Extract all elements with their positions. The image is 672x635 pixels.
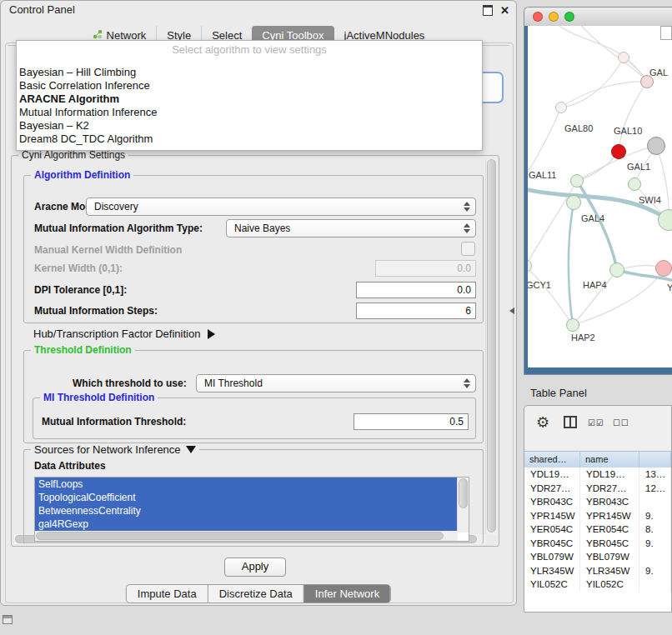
algorithm-popup-list: Bayesian – Hill ClimbingBasic Correlatio…: [17, 66, 482, 146]
network-node-8[interactable]: [566, 195, 581, 210]
attribute-gal4rgexp[interactable]: gal4RGexp: [35, 518, 458, 531]
network-node-11[interactable]: [566, 318, 579, 332]
sources-toggle[interactable]: Sources for Network Inference: [31, 443, 199, 456]
close-icon[interactable]: ✕: [500, 6, 509, 16]
mi-steps-field[interactable]: [356, 302, 476, 319]
minimize-traffic-light-icon[interactable]: [549, 12, 559, 22]
algorithm-option-bayesian-k2[interactable]: Bayesian – K2: [17, 119, 482, 132]
node-label-gal: GAL: [649, 68, 668, 78]
scrollbar-thumb[interactable]: [36, 532, 444, 540]
canvas-scrollbar-corner[interactable]: [660, 26, 672, 40]
dpi-tolerance-field[interactable]: [356, 282, 476, 298]
network-node-5[interactable]: [570, 174, 584, 188]
node-label-gal80: GAL80: [564, 123, 593, 133]
table-cell: YBR045C: [580, 537, 639, 551]
table-cell: YPR145W: [580, 509, 639, 523]
mi-threshold-group: MI Threshold Definition Mutual Informati…: [33, 398, 476, 439]
aracne-mode-select[interactable]: Discovery: [86, 198, 476, 216]
scrollbar-thumb[interactable]: [459, 478, 468, 508]
table-row[interactable]: YLR345WYLR345W9.: [524, 564, 671, 578]
algorithm-option-bayesian-hill-climbing[interactable]: Bayesian – Hill Climbing: [17, 66, 482, 79]
list-vertical-scrollbar[interactable]: [457, 478, 469, 532]
apply-button[interactable]: Apply: [224, 558, 286, 577]
settings-vertical-scrollbar[interactable]: [485, 158, 497, 535]
network-canvas[interactable]: GALGAL80GAL10GAL11GAL1SWI4GAL4GCY1HAP4HA…: [524, 26, 672, 374]
table-row[interactable]: YER054CYER054C8.: [524, 522, 671, 537]
table-cell: YBR043C: [524, 495, 580, 509]
bottom-tab-infer-network[interactable]: Infer Network: [303, 585, 390, 602]
table-row[interactable]: YDL19…YDL19…13…: [524, 468, 671, 482]
table-row[interactable]: YDR27…YDR27…12…: [524, 482, 671, 496]
mi-threshold-field[interactable]: [354, 413, 469, 430]
algorithm-combo-fragment[interactable]: [483, 72, 504, 103]
table-cell: 9.: [639, 509, 671, 523]
select-all-checkboxes-icon[interactable]: ☑ ☑: [588, 418, 603, 428]
table-row[interactable]: YIL052CYIL052C: [524, 578, 671, 592]
network-node-10[interactable]: [655, 260, 672, 277]
table-row[interactable]: YBR045CYBR045C9.: [524, 537, 671, 551]
zoom-traffic-light-icon[interactable]: [564, 12, 574, 22]
sources-label: Sources for Network Inference: [34, 443, 181, 456]
table-cell: YER054C: [580, 522, 639, 537]
table-body: YDL19…YDL19…13…YDR27…YDR27…12…YBR043CYBR…: [524, 468, 671, 612]
algorithm-option-basic-correlation-inference[interactable]: Basic Correlation Inference: [17, 79, 482, 92]
data-attributes-list[interactable]: SelfLoopsTopologicalCoefficientBetweenne…: [34, 477, 469, 542]
mi-algorithm-type-select[interactable]: Naive Bayes: [226, 219, 476, 238]
attribute-selfloops[interactable]: SelfLoops: [35, 478, 458, 491]
splitter-collapse-icon[interactable]: [509, 308, 514, 314]
list-horizontal-scrollbar[interactable]: [35, 531, 458, 541]
network-node-6[interactable]: [628, 178, 641, 191]
scrollbar-thumb[interactable]: [487, 159, 496, 532]
table-cell: 9.: [639, 564, 671, 578]
network-node-2[interactable]: [555, 102, 567, 113]
which-threshold-select[interactable]: MI Threshold: [196, 374, 476, 392]
kernel-width-field[interactable]: [375, 260, 476, 277]
algorithm-option-mutual-information-inference[interactable]: Mutual Information Inference: [17, 106, 482, 119]
gear-icon[interactable]: ⚙: [536, 413, 549, 432]
column-header-name[interactable]: name: [580, 452, 639, 468]
algorithm-option-dream8-dc-tdc-algorithm[interactable]: Dream8 DC_TDC Algorithm: [17, 132, 482, 146]
close-traffic-light-icon[interactable]: [533, 12, 543, 22]
network-node-9[interactable]: [609, 262, 624, 278]
network-node-4[interactable]: [647, 137, 665, 155]
table-cell: YDL19…: [524, 468, 580, 482]
column-header-shared[interactable]: shared…: [524, 452, 580, 468]
window-buttons: ✕: [483, 5, 509, 16]
table-row[interactable]: YBR043CYBR043C: [524, 495, 671, 509]
dock-panel-icon[interactable]: [3, 615, 13, 624]
float-window-icon[interactable]: [483, 5, 493, 16]
threshold-definition-title: Threshold Definition: [31, 344, 135, 356]
manual-kernel-checkbox[interactable]: [461, 242, 475, 256]
table-cell: YLR345W: [580, 564, 639, 578]
attribute-betweennesscentrality[interactable]: BetweennessCentrality: [35, 504, 458, 518]
node-label-swi4: SWI4: [639, 195, 661, 205]
hub-definition-toggle[interactable]: Hub/Transcription Factor Definition: [33, 328, 215, 340]
table-cell: 13…: [639, 468, 671, 482]
table-panel-title: Table Panel: [530, 387, 587, 399]
algorithm-option-aracne-algorithm[interactable]: ARACNE Algorithm: [17, 92, 482, 106]
table-row[interactable]: YPR145WYPR145W9.: [524, 509, 671, 523]
table-cell: YIL052C: [580, 578, 639, 592]
table-cell: YBL079W: [580, 550, 639, 564]
which-threshold-value: MI Threshold: [204, 378, 263, 389]
which-threshold-label: Which threshold to use:: [73, 378, 187, 389]
table-row[interactable]: YBL079WYBL079W: [524, 550, 671, 564]
hub-definition-label: Hub/Transcription Factor Definition: [33, 328, 200, 340]
table-cell: YBR043C: [580, 495, 639, 509]
table-toolbar: ⚙ ☑ ☑ ☐ ☐: [524, 406, 671, 449]
algorithm-placeholder: Select algorithm to view settings: [17, 43, 482, 58]
table-cell: YBL079W: [524, 550, 580, 564]
network-node-0[interactable]: [618, 52, 629, 63]
columns-icon[interactable]: [564, 416, 577, 428]
algorithm-definition-group: Algorithm Definition Aracne Mode: Discov…: [23, 175, 484, 323]
stepper-icon: [464, 223, 470, 233]
attribute-topologicalcoefficient[interactable]: TopologicalCoefficient: [35, 491, 458, 504]
bottom-tab-impute-data[interactable]: Impute Data: [127, 585, 208, 602]
bottom-tab-discretize-data[interactable]: Discretize Data: [208, 585, 303, 602]
column-header-col2[interactable]: [639, 452, 671, 468]
table-cell: YBR045C: [524, 537, 580, 551]
network-node-3[interactable]: [611, 144, 626, 159]
table-panel-window: ⚙ ☑ ☑ ☐ ☐ shared…name YDL19…YDL19…13…YDR…: [524, 405, 672, 612]
sources-group: Sources for Network Inference Data Attri…: [23, 449, 484, 544]
deselect-all-checkboxes-icon[interactable]: ☐ ☐: [613, 418, 628, 428]
